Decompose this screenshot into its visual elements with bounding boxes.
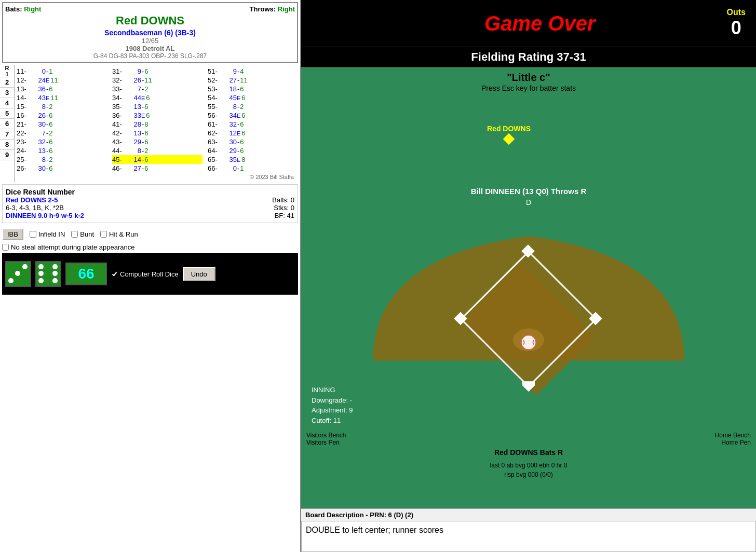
dice-sep: -: [142, 103, 144, 111]
dice-val2: 6: [241, 94, 251, 102]
dice-val1: 26: [31, 112, 46, 119]
player-name: Red DOWNS: [5, 14, 295, 27]
outs-value: 0: [731, 17, 741, 39]
dice-val2: 6: [240, 147, 249, 155]
dice-val1: 27: [222, 76, 237, 84]
dice-table: 11- 0-131- 9-651- 9-412- 24E 1132- 26-11…: [17, 67, 298, 173]
dice-e: E: [141, 113, 145, 119]
dice-num: 61-: [208, 120, 222, 128]
dice-val2: 6: [49, 164, 58, 172]
dice-val2: 2: [240, 103, 249, 111]
dice-val2: 4: [240, 67, 249, 75]
dice-val1: 0: [222, 164, 237, 172]
dice-num: 13-: [17, 85, 31, 93]
dice-val1: 32: [31, 138, 46, 146]
dice-num: 42-: [112, 129, 127, 137]
dice-row: 24- 13-6: [17, 146, 107, 155]
bunt-checkbox[interactable]: [71, 231, 78, 238]
dice-sep: -: [46, 103, 48, 111]
row-7: 7: [0, 129, 14, 140]
dice-val2: 8: [241, 156, 251, 163]
computer-roll-option[interactable]: Computer Roll Dice: [111, 270, 179, 278]
dice-result-left: Red DOWNS 2-5 6-3, 4-3, 1B, K, *2B DINNE…: [6, 196, 267, 219]
field-container: "Little c" Press Esc key for batter stat…: [301, 67, 756, 508]
dice-val2: 6: [240, 85, 249, 93]
row-6: 6: [0, 119, 14, 129]
right-panel: Game Over Outs 0 Fielding Rating 37-31: [301, 0, 756, 552]
no-steal-row: No steal attempt during plate appearance: [2, 243, 298, 251]
dice-val2: 1: [49, 67, 58, 75]
undo-button[interactable]: Undo: [183, 267, 215, 281]
dice-num: 22-: [17, 129, 31, 137]
dice-num: 36-: [112, 112, 127, 119]
dice-row: 52- 27-11: [208, 76, 298, 85]
ibb-button[interactable]: IBB: [2, 228, 23, 240]
dice-sep: -: [237, 138, 239, 146]
dice-e: E: [237, 130, 240, 136]
player-record: 12/65: [5, 37, 295, 45]
dice-num: 24-: [17, 147, 31, 155]
dice-row: 21- 30-6: [17, 120, 107, 129]
dice-val2: 2: [49, 156, 58, 163]
bunt-option[interactable]: Bunt: [71, 230, 94, 238]
dice-val1: 0: [31, 67, 46, 75]
dice-num: 63-: [208, 138, 222, 146]
dice-row: 64- 29-6: [208, 146, 298, 155]
dice-sep: -: [142, 76, 144, 84]
dice-table-section: R1 2 3 4 5 6 7 8 9 11- 0-131- 9-651- 9-4…: [0, 65, 300, 182]
dice-row: 46- 27-6: [112, 164, 203, 173]
game-over-bar: Game Over Outs 0: [301, 0, 756, 47]
dice-num: 35-: [112, 103, 127, 111]
dice-val1: 26: [127, 76, 141, 84]
dice-num: 33-: [112, 85, 127, 93]
dice-val2: 11: [240, 76, 249, 84]
dice-val2: 6: [144, 103, 154, 111]
hit-run-checkbox[interactable]: [100, 231, 107, 238]
dice-row: 62- 12E 6: [208, 129, 298, 137]
dice-row: 35- 13-6: [112, 102, 203, 111]
dice-val2: 6: [49, 120, 58, 128]
dice-sep: -: [142, 138, 144, 146]
dice-row: 22- 7-2: [17, 129, 107, 137]
hit-run-option[interactable]: Hit & Run: [100, 230, 138, 238]
dice-val1: 33: [127, 112, 141, 119]
no-steal-checkbox[interactable]: [2, 244, 9, 251]
dice-num: 51-: [208, 67, 222, 75]
dice-result-player: Red DOWNS 2-5: [6, 196, 267, 204]
dice-num: 54-: [208, 94, 222, 102]
dice-num: 34-: [112, 94, 127, 102]
infield-in-option[interactable]: Infield IN: [30, 230, 65, 238]
dice-val1: 28: [127, 120, 141, 128]
dice-num: 23-: [17, 138, 31, 146]
dice-val2: 6: [146, 94, 155, 102]
infield-in-checkbox[interactable]: [30, 231, 36, 238]
dice-row: 61- 32-6: [208, 120, 298, 129]
dice-val1: 8: [127, 147, 141, 155]
board-result: DOUBLE to left center; runner scores: [301, 521, 756, 552]
dice-e: E: [141, 95, 145, 101]
dice-val1: 18: [222, 85, 237, 93]
dice-row: 12- 24E 11: [17, 76, 107, 85]
dice-row: 65- 35E 8: [208, 155, 298, 164]
dice-val1: 13: [127, 129, 141, 137]
dice-sep: -: [237, 76, 239, 84]
dice-val2: 11: [50, 94, 60, 102]
row-r: R1: [0, 65, 14, 77]
dice-val2: 2: [49, 103, 58, 111]
dice-num: 45-: [112, 156, 127, 163]
throws-label: Throws:: [250, 5, 276, 13]
throws-value: Right: [278, 5, 295, 13]
left-panel: Bats: Right Throws: Right Red DOWNS Seco…: [0, 0, 301, 552]
hit-run-label: Hit & Run: [109, 230, 138, 238]
dice-val2: 6: [49, 85, 58, 93]
dice-row: 14- 43E 11: [17, 93, 107, 102]
dice-row: 34- 44E 6: [112, 93, 203, 102]
dice-num: 11-: [17, 67, 31, 75]
row-numbers: R1 2 3 4 5 6 7 8 9: [0, 65, 15, 182]
computer-roll-checkbox[interactable]: [111, 271, 118, 278]
dice-sep: -: [46, 85, 48, 93]
die-2: [35, 261, 61, 287]
dice-val1: 13: [127, 103, 141, 111]
dice-result-inner: Red DOWNS 2-5 6-3, 4-3, 1B, K, *2B DINNE…: [6, 196, 294, 219]
options-row: IBB Infield IN Bunt Hit & Run: [2, 228, 298, 240]
